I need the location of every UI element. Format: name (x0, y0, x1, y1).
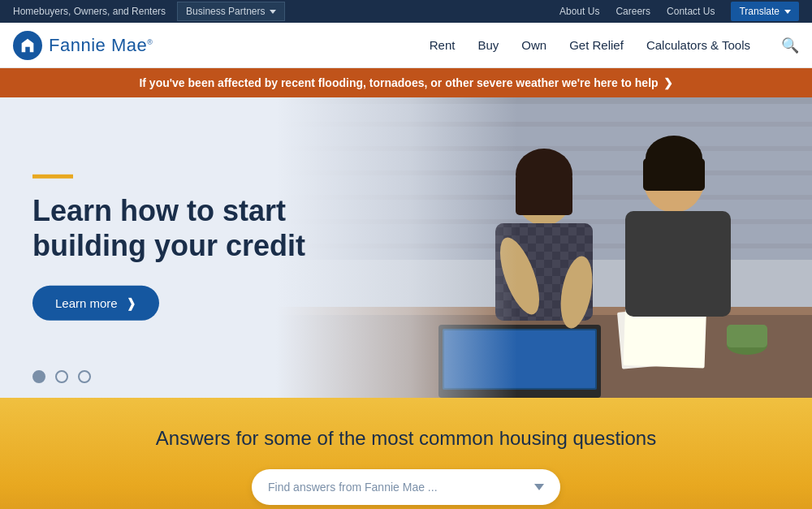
housing-section: Answers for some of the most common hous… (0, 398, 812, 509)
search-icon[interactable]: 🔍 (781, 37, 799, 54)
hero-content: Learn how to start building your credit … (32, 175, 305, 321)
business-partners-button[interactable]: Business Partners (177, 2, 285, 21)
carousel-dots (32, 370, 91, 383)
nav-links: Rent Buy Own Get Relief Calculators & To… (430, 37, 799, 54)
translate-label: Translate (739, 6, 780, 17)
about-us-link[interactable]: About Us (559, 6, 599, 17)
audience-label: Homebuyers, Owners, and Renters (13, 2, 177, 20)
logo-text: Fannie Mae® (49, 35, 153, 56)
hero-cta-button[interactable]: Learn more ❱ (32, 286, 159, 321)
nav-calculators[interactable]: Calculators & Tools (646, 38, 750, 52)
chevron-down-icon (270, 10, 276, 14)
chevron-down-translate-icon (784, 10, 791, 14)
carousel-dot-3[interactable] (78, 370, 91, 383)
svg-rect-32 (276, 97, 812, 398)
hero-cta-label: Learn more (55, 296, 118, 310)
hero-cta-arrow-icon: ❱ (126, 295, 136, 311)
nav-rent[interactable]: Rent (430, 38, 456, 52)
housing-dropdown-placeholder: Find answers from Fannie Mae ... (268, 481, 438, 494)
chevron-down-housing-icon (534, 484, 544, 490)
logo-icon (13, 31, 42, 60)
hero-section: Learn how to start building your credit … (0, 97, 812, 398)
top-bar-right: About Us Careers Contact Us Translate (559, 2, 799, 21)
alert-link[interactable]: ❯ (663, 76, 673, 89)
housing-title: Answers for some of the most common hous… (16, 427, 796, 450)
alert-text: If you've been affected by recent floodi… (139, 76, 658, 89)
hero-title: Learn how to start building your credit (32, 193, 305, 263)
logo-area[interactable]: Fannie Mae® (13, 31, 153, 60)
hero-accent-line (32, 175, 73, 179)
business-partners-label: Business Partners (186, 6, 265, 17)
hero-title-line1: Learn how to start (32, 194, 286, 227)
main-nav: Fannie Mae® Rent Buy Own Get Relief Calc… (0, 23, 812, 68)
translate-button[interactable]: Translate (731, 2, 799, 21)
nav-buy[interactable]: Buy (477, 38, 499, 52)
top-bar-left: Homebuyers, Owners, and Renters Business… (13, 2, 285, 21)
hero-title-line2: building your credit (32, 229, 305, 262)
hero-image (276, 97, 812, 398)
carousel-dot-2[interactable] (55, 370, 68, 383)
careers-link[interactable]: Careers (615, 6, 650, 17)
alert-banner: If you've been affected by recent floodi… (0, 68, 812, 97)
nav-own[interactable]: Own (521, 38, 546, 52)
nav-get-relief[interactable]: Get Relief (569, 38, 624, 52)
carousel-dot-1[interactable] (32, 370, 45, 383)
top-bar: Homebuyers, Owners, and Renters Business… (0, 0, 812, 23)
contact-us-link[interactable]: Contact Us (667, 6, 715, 17)
housing-dropdown[interactable]: Find answers from Fannie Mae ... (252, 469, 560, 505)
